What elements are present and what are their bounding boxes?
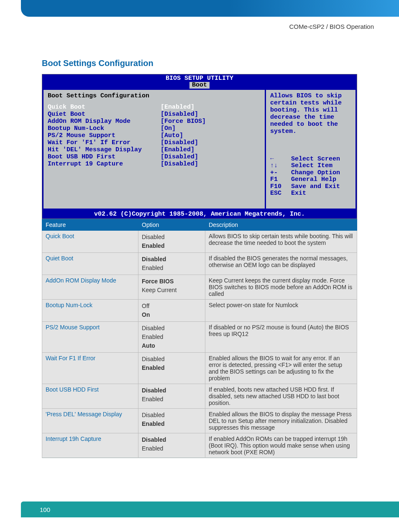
table-row: Quiet BootDisabledEnabledIf disabled the… bbox=[42, 252, 357, 275]
feature-description: Select power-on state for Numlock bbox=[205, 299, 357, 321]
feature-name: Quick Boot bbox=[42, 230, 138, 252]
breadcrumb: COMe-cSP2 / BIOS Operation bbox=[289, 23, 374, 30]
col-description: Description bbox=[205, 219, 357, 230]
bios-panel-title: Boot Settings Configuration bbox=[48, 92, 261, 99]
bios-help-panel: Allows BIOS to skip certain tests while … bbox=[265, 89, 357, 210]
bios-setting-value: [Enabled] bbox=[161, 104, 194, 111]
bios-setting-label: Quiet Boot bbox=[48, 111, 161, 118]
bios-setting-row: Hit 'DEL' Message Display[Enabled] bbox=[48, 146, 261, 153]
bios-key-action: Select Item bbox=[291, 162, 332, 169]
feature-table: Feature Option Description Quick BootDis… bbox=[42, 219, 357, 458]
bios-setting-row: Quiet Boot[Disabled] bbox=[48, 111, 261, 118]
option-value: Disabled bbox=[142, 386, 202, 395]
feature-options: DisabledEnabledAuto bbox=[138, 321, 205, 352]
option-value: Enabled bbox=[142, 395, 202, 404]
bios-setting-row: PS/2 Mouse Support[Auto] bbox=[48, 132, 261, 139]
option-value: Enabled bbox=[142, 333, 202, 341]
feature-name: AddOn ROM Display Mode bbox=[42, 275, 138, 299]
bios-setting-row: Boot USB HDD First[Disabled] bbox=[48, 153, 261, 160]
feature-options: DisabledEnabled bbox=[138, 408, 205, 433]
option-value: Keep Current bbox=[142, 286, 202, 295]
feature-options: DisabledEnabled bbox=[138, 352, 205, 384]
option-value: Auto bbox=[142, 341, 202, 350]
bios-setting-row: Quick Boot[Enabled] bbox=[48, 104, 261, 111]
bios-setting-value: [Disabled] bbox=[161, 111, 198, 118]
feature-options: Force BIOSKeep Current bbox=[138, 275, 205, 299]
feature-description: If enabled, boots new attached USB HDD f… bbox=[205, 384, 357, 408]
bios-settings-panel: Boot Settings Configuration Quick Boot[E… bbox=[42, 89, 265, 210]
feature-name: Wait For F1 If Error bbox=[42, 352, 138, 384]
bios-key-legend: ←Select Screen↑↓Select Item+-Change Opti… bbox=[270, 156, 351, 197]
bios-key-row: F1General Help bbox=[270, 176, 351, 183]
feature-name: Boot USB HDD First bbox=[42, 384, 138, 408]
bios-key: ← bbox=[270, 156, 291, 163]
table-row: Boot USB HDD FirstDisabledEnabledIf enab… bbox=[42, 384, 357, 408]
option-value: On bbox=[142, 311, 202, 319]
option-value: Enabled bbox=[142, 242, 202, 250]
bios-title-bar: BIOS SETUP UTILITY Boot bbox=[42, 74, 357, 89]
bios-setting-row: Wait For 'F1' If Error[Disabled] bbox=[48, 139, 261, 146]
bios-help-text: Allows BIOS to skip certain tests while … bbox=[270, 92, 351, 135]
bios-setting-row: Bootup Num-Lock[On] bbox=[48, 125, 261, 132]
feature-description: Enabled allows the BIOS to wait for any … bbox=[205, 352, 357, 384]
bios-key-row: +-Change Option bbox=[270, 170, 351, 177]
bios-key-action: Exit bbox=[291, 190, 306, 197]
bios-setting-value: [Enabled] bbox=[161, 146, 194, 153]
col-option: Option bbox=[138, 219, 205, 230]
bios-setting-label: Bootup Num-Lock bbox=[48, 125, 161, 132]
page-footer-bar: 100 bbox=[21, 501, 399, 517]
option-value: Enabled bbox=[142, 444, 202, 453]
feature-options: DisabledEnabled bbox=[138, 433, 205, 458]
bios-title: BIOS SETUP UTILITY bbox=[166, 75, 233, 82]
option-value: Enabled bbox=[142, 264, 202, 272]
page-number: 100 bbox=[40, 506, 50, 513]
bios-setting-label: Wait For 'F1' If Error bbox=[48, 139, 161, 146]
feature-description: Allows BIOS to skip certain tests while … bbox=[205, 230, 357, 252]
option-value: Disabled bbox=[142, 233, 202, 242]
feature-description: Enabled allows the BIOS to display the m… bbox=[205, 408, 357, 433]
table-row: 'Press DEL' Message DisplayDisabledEnabl… bbox=[42, 408, 357, 433]
bios-setting-label: Hit 'DEL' Message Display bbox=[48, 146, 161, 153]
bios-active-tab: Boot bbox=[189, 82, 210, 89]
feature-name: Interrupt 19h Capture bbox=[42, 433, 138, 458]
feature-name: Bootup Num-Lock bbox=[42, 299, 138, 321]
bios-setting-value: [Disabled] bbox=[161, 153, 198, 160]
bios-setting-value: [On] bbox=[161, 125, 176, 132]
page-content: Boot Settings Configuration BIOS SETUP U… bbox=[42, 59, 357, 458]
page-header-bar bbox=[21, 0, 399, 17]
feature-description: If disabled or no PS/2 mouse is found (A… bbox=[205, 321, 357, 352]
bios-key-row: ↑↓Select Item bbox=[270, 163, 351, 170]
bios-setting-label: Interrupt 19 Capture bbox=[48, 160, 161, 168]
table-row: PS/2 Mouse SupportDisabledEnabledAutoIf … bbox=[42, 321, 357, 352]
col-feature: Feature bbox=[42, 219, 138, 230]
option-value: Enabled bbox=[142, 420, 202, 428]
section-title: Boot Settings Configuration bbox=[42, 59, 357, 68]
bios-key-action: Save and Exit bbox=[291, 183, 340, 190]
option-value: Disabled bbox=[142, 324, 202, 333]
table-row: Interrupt 19h CaptureDisabledEnabledIf e… bbox=[42, 433, 357, 458]
table-row: Quick BootDisabledEnabledAllows BIOS to … bbox=[42, 230, 357, 252]
option-value: Disabled bbox=[142, 411, 202, 420]
bios-key-row: ←Select Screen bbox=[270, 156, 351, 163]
feature-description: Keep Current keeps the current display m… bbox=[205, 275, 357, 299]
bios-setting-value: [Disabled] bbox=[161, 139, 198, 146]
feature-options: DisabledEnabled bbox=[138, 230, 205, 252]
feature-name: PS/2 Mouse Support bbox=[42, 321, 138, 352]
bios-key: ESC bbox=[270, 190, 291, 197]
feature-options: DisabledEnabled bbox=[138, 252, 205, 275]
bios-setting-value: [Disabled] bbox=[161, 160, 198, 168]
bios-key: F1 bbox=[270, 176, 291, 183]
feature-description: If disabled the BIOS generates the norma… bbox=[205, 252, 357, 275]
bios-key-action: Select Screen bbox=[291, 155, 340, 163]
bios-setting-label: PS/2 Mouse Support bbox=[48, 132, 161, 139]
bios-key: F10 bbox=[270, 183, 291, 191]
option-value: Disabled bbox=[142, 255, 202, 264]
bios-copyright: v02.62 (C)Copyright 1985-2008, American … bbox=[42, 210, 357, 219]
bios-screenshot: BIOS SETUP UTILITY Boot Boot Settings Co… bbox=[42, 74, 357, 219]
table-row: Wait For F1 If ErrorDisabledEnabledEnabl… bbox=[42, 352, 357, 384]
bios-setting-value: [Auto] bbox=[161, 132, 183, 139]
bios-key-row: ESCExit bbox=[270, 190, 351, 197]
feature-name: Quiet Boot bbox=[42, 252, 138, 275]
bios-key-row: F10Save and Exit bbox=[270, 183, 351, 191]
option-value: Disabled bbox=[142, 435, 202, 444]
